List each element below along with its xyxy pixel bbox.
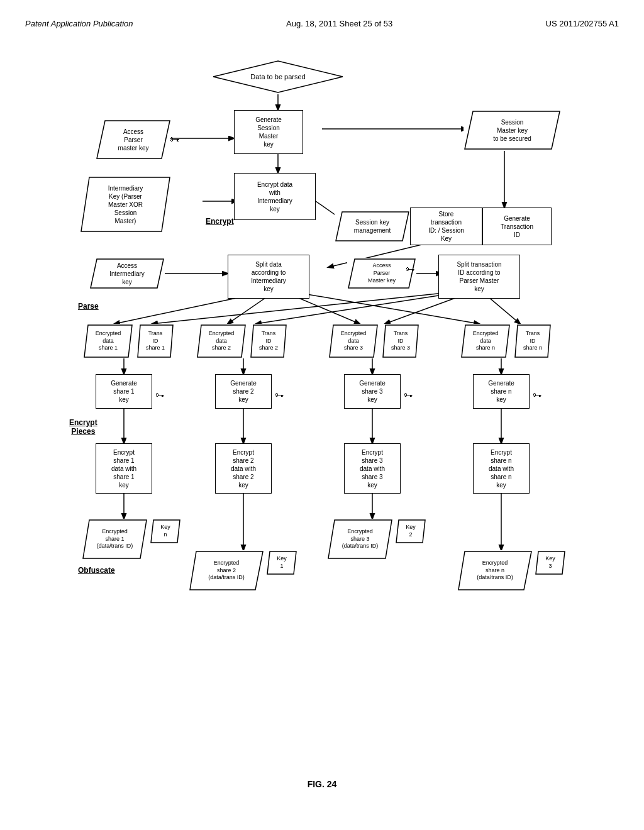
store-transaction-label: StoretransactionID: / SessionKey [428,210,464,243]
intermediary-key-label: IntermediaryKey (ParserMaster XORSession… [108,184,143,225]
key-icon-5: 🗝 [404,390,413,400]
key-icon-1: 🗝 [170,134,180,145]
generate-transaction-id: Generate Transaction ID [482,208,552,245]
encrypt-label: Encrypt [206,217,234,226]
trans-id-share3: TransIDshare 3 [382,324,419,358]
generate-session-master-key: Generate Session Master key [234,110,303,154]
intermediary-key: IntermediaryKey (ParserMaster XORSession… [80,176,171,233]
page-header: Patent Application Publication Aug. 18, … [25,13,619,41]
encrypted-share3-out: Encryptedshare 3(data/trans ID) [327,519,393,560]
encrypt-data-intermediary-label: Encrypt datawithIntermediarykey [257,180,292,213]
key-n: Keyn [150,519,181,544]
access-intermediary-key-label: AccessIntermediarykey [109,262,145,286]
encrypt-share1-label: Encryptshare 1data withshare 1key [111,448,136,489]
fig-number: FIG. 24 [308,779,337,789]
key-1: Key1 [266,550,297,575]
enc-data-share3-label: Encrypteddatashare 3 [341,330,367,352]
split-transaction-id-label: Split transactionID according toParser M… [457,260,501,293]
encrypted-share3-out-label: Encryptedshare 3(data/trans ID) [342,528,379,550]
encrypt-share2-label: Encryptshare 2data withshare 2key [231,448,256,489]
header-publication: Patent Application Publication [25,19,133,28]
access-parser-master-key-2-label: AccessParserMaster key [368,262,396,284]
trans-id-share2-label: TransIDshare 2 [259,330,278,352]
key-n-label: Keyn [160,524,170,538]
key-2-label: Key2 [406,524,416,538]
generate-share2-key-label: Generateshare 2key [230,379,257,404]
trans-id-share1: TransIDshare 1 [136,324,174,358]
figure-label: FIG. 24 [26,779,618,789]
trans-id-share3-label: TransIDshare 3 [391,330,410,352]
access-intermediary-key: AccessIntermediarykey [89,258,165,289]
split-transaction-id: Split transactionID according toParser M… [438,255,520,299]
split-data-intermediary-label: Split dataaccording toIntermediarykey [251,260,286,293]
header-patent-number: US 2011/202755 A1 [546,19,619,28]
enc-data-share3: Encrypteddatashare 3 [328,324,379,358]
generate-transaction-id-label: Generate Transaction ID [501,214,533,239]
trans-id-share2: TransIDshare 2 [250,324,287,358]
session-key-management-label: Session keymanagement [354,218,391,235]
enc-data-share-n-label: Encrypteddatashare n [473,330,499,352]
trans-id-share-n: TransIDshare n [514,324,552,358]
encrypt-share3: Encryptshare 3data withshare 3key [344,443,401,494]
enc-data-share1-label: Encrypteddatashare 1 [96,330,121,352]
generate-share3-key-label: Generateshare 3key [359,379,386,404]
trans-id-share-n-label: TransIDshare n [523,330,542,352]
generate-share-n-key: Generateshare nkey [473,374,530,409]
key-icon-3: 🗝 [155,390,164,400]
encrypted-share1-out: Encryptedshare 1(data/trans ID) [82,519,148,560]
enc-data-share2-label: Encrypteddatashare 2 [209,330,235,352]
encrypt-share-n-label: Encryptshare ndata withshare nkey [489,448,514,489]
split-data-intermediary: Split dataaccording toIntermediarykey [228,255,309,299]
encrypt-share-n: Encryptshare ndata withshare nkey [473,443,530,494]
session-master-key-secured: SessionMaster keyto be secured [464,110,561,151]
enc-data-share2: Encrypteddatashare 2 [196,324,247,358]
obfuscate-label: Obfuscate [78,566,115,575]
session-key-management: Session keymanagement [335,211,410,242]
key-2: Key2 [395,519,426,544]
generate-share1-key: Generateshare 1key [96,374,152,409]
enc-data-share1: Encrypteddatashare 1 [83,324,133,358]
key-1-label: Key1 [277,555,287,570]
key-3: Key3 [535,550,566,575]
session-master-key-secured-label: SessionMaster keyto be secured [493,118,531,143]
generate-session-master-key-label: Generate Session Master key [255,116,282,148]
encrypt-share1: Encryptshare 1data withshare 1key [96,443,152,494]
key-3-label: Key3 [545,555,555,570]
encrypt-share2: Encryptshare 2data withshare 2key [215,443,272,494]
header-date-sheet: Aug. 18, 2011 Sheet 25 of 53 [286,19,392,28]
svg-line-16 [152,289,479,324]
generate-share1-key-label: Generateshare 1key [111,379,137,404]
encrypted-share-n-out-label: Encryptedshare n(data/trans ID) [477,560,513,582]
encrypted-share-n-out: Encryptedshare n(data/trans ID) [457,550,533,591]
data-to-be-parsed: Data to be parsed [212,60,344,94]
generate-share3-key: Generateshare 3key [344,374,401,409]
enc-data-share-n: Encrypteddatashare n [460,324,511,358]
encrypted-share2-out: Encryptedshare 2(data/trans ID) [189,550,264,591]
key-icon-4: 🗝 [275,390,284,400]
diagram-container: Data to be parsed AccessParsermaster key… [26,41,618,795]
encrypted-share2-out-label: Encryptedshare 2(data/trans ID) [208,560,245,582]
trans-id-share1-label: TransIDshare 1 [146,330,165,352]
encrypted-share1-out-label: Encryptedshare 1(data/trans ID) [97,528,133,550]
generate-share-n-key-label: Generateshare nkey [488,379,514,404]
encrypt-data-intermediary: Encrypt datawithIntermediarykey [234,173,316,220]
data-to-be-parsed-label: Data to be parsed [250,72,305,81]
generate-share2-key: Generateshare 2key [215,374,272,409]
store-transaction: StoretransactionID: / SessionKey [410,208,482,245]
key-icon-6: 🗝 [533,390,541,400]
page: Patent Application Publication Aug. 18, … [0,0,644,830]
encrypt-share3-label: Encryptshare 3data withshare 3key [360,448,385,489]
parse-label: Parse [78,302,99,311]
key-icon-2: 🗝 [406,264,414,274]
access-parser-master-key: AccessParsermaster key [96,119,171,160]
access-parser-master-key-label: AccessParsermaster key [118,128,149,152]
encrypt-pieces-label: EncryptPieces [69,418,97,436]
